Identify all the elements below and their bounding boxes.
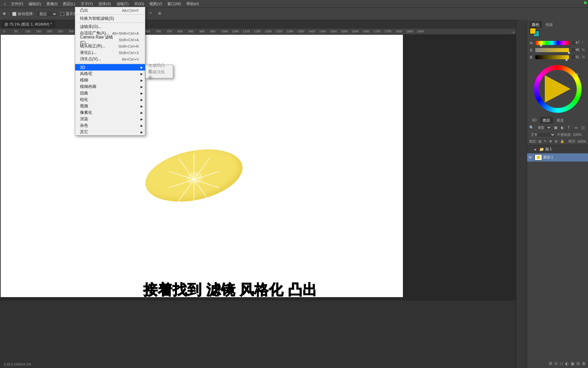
filter-submenu-item[interactable]: 模糊画廊▶ xyxy=(75,83,145,90)
status-text: 文档:6.59M/44.2M xyxy=(3,363,31,366)
lock-all-icon[interactable]: 🔒 xyxy=(560,139,564,143)
tab-swatches[interactable]: 色板 xyxy=(543,21,556,28)
b-label: B xyxy=(530,55,533,59)
adjustment-icon[interactable]: ◐ xyxy=(565,361,569,366)
fill-value[interactable]: 100% xyxy=(577,140,586,143)
filter-item[interactable]: 滤镜库(G)... xyxy=(75,24,145,30)
canvas[interactable]: 接着找到 滤镜 风格化 凸出 xyxy=(1,35,403,297)
filter-submenu-item[interactable]: 锐化▶ xyxy=(75,96,145,103)
filter-submenu-item[interactable]: 像素化▶ xyxy=(75,109,145,116)
filter-item[interactable]: 消失点(V)...Alt+Ctrl+V xyxy=(75,56,145,62)
document-tab[interactable]: @ 75.1% (图层 1, RGB/8#) * xyxy=(1,20,55,28)
submenu-arrow-icon: ▶ xyxy=(141,79,143,82)
home-icon[interactable]: ⌂ xyxy=(1,0,8,7)
layer-name[interactable]: 组 1 xyxy=(545,147,552,152)
filter-submenu-item[interactable]: 风格化▶ xyxy=(75,71,145,77)
filter-submenu-item[interactable]: 视频▶ xyxy=(75,103,145,109)
hue-slider[interactable] xyxy=(535,41,569,45)
color-swatches xyxy=(527,28,588,38)
checkbox-box xyxy=(12,12,16,16)
tab-layers[interactable]: 图层 xyxy=(540,117,553,124)
camera-icon[interactable]: ▣ xyxy=(158,11,164,17)
bri-unit: % xyxy=(582,55,585,59)
layer-group[interactable]: ▸ 📁 组 1 xyxy=(527,145,588,153)
filter-submenu-item[interactable]: 3D▶ xyxy=(75,64,145,71)
filter-item[interactable]: Camera Raw 滤镜(C)...Shift+Ctrl+A xyxy=(75,36,145,43)
menu-file[interactable]: 文件(F) xyxy=(8,0,26,8)
foreground-swatch[interactable] xyxy=(530,28,536,34)
menu-edit[interactable]: 编辑(E) xyxy=(26,0,44,8)
auto-select-checkbox[interactable]: 自动选择: xyxy=(12,11,34,16)
lock-row: 锁定: ▨ ✎ ✥ ⊞ 🔒 填充: 100% xyxy=(527,138,588,145)
filter-last[interactable]: 凸出 Alt+Ctrl+F xyxy=(75,7,145,14)
lock-pos-icon[interactable]: ✥ xyxy=(549,139,553,143)
filter-smart-icon[interactable]: ◫ xyxy=(581,125,586,130)
slider-knob[interactable] xyxy=(565,59,568,61)
opacity-value[interactable]: 100% xyxy=(573,133,582,137)
light-icon[interactable]: ☀ xyxy=(149,11,155,17)
blend-mode-select[interactable]: 正常 xyxy=(529,132,556,137)
tab-channels[interactable]: 通道 xyxy=(554,117,567,124)
layer-thumbnail[interactable] xyxy=(535,154,542,160)
tab-color[interactable]: 颜色 xyxy=(529,21,542,28)
hue-input[interactable] xyxy=(571,40,580,45)
move-tool-icon[interactable]: ✥ xyxy=(3,12,6,16)
visibility-icon[interactable]: 👁 xyxy=(528,155,533,159)
ruler-mark: 800 xyxy=(178,30,183,33)
lock-nest-icon[interactable]: ⊞ xyxy=(555,139,559,143)
auto-select-target[interactable]: 图层 xyxy=(36,11,58,17)
lock-paint-icon[interactable]: ✎ xyxy=(544,139,548,143)
collapsed-dock[interactable] xyxy=(516,20,527,368)
layer-list: ▸ 📁 组 1 👁 图层 1 xyxy=(527,145,588,162)
menu-image[interactable]: 图像(I) xyxy=(44,0,60,8)
fold-icon[interactable]: ▸ xyxy=(535,147,538,152)
sat-slider[interactable] xyxy=(535,48,569,52)
submenu-normal[interactable]: 生成法线图... xyxy=(146,72,173,78)
filter-type-icon[interactable]: T xyxy=(568,125,572,130)
fx-icon[interactable]: fx xyxy=(555,361,558,366)
filter-item-label: 3D xyxy=(80,65,85,70)
slider-knob[interactable] xyxy=(540,44,542,46)
filter-submenu-item[interactable]: 其它▶ xyxy=(75,129,145,135)
mask-icon[interactable]: ◻ xyxy=(560,361,563,366)
filter-smart[interactable]: 转换为智能滤镜(S) xyxy=(75,15,145,22)
layer-kind-select[interactable]: 类型 xyxy=(536,125,552,130)
menu-help[interactable]: 帮助(H) xyxy=(184,0,202,8)
filter-smart-label: 转换为智能滤镜(S) xyxy=(80,16,114,21)
ruler-mark: 1350 xyxy=(297,30,304,33)
context-icons: « xyxy=(512,30,514,34)
layer-row[interactable]: 👁 图层 1 xyxy=(527,153,588,162)
collapse-icon[interactable]: « xyxy=(512,30,514,34)
bri-input[interactable] xyxy=(571,55,580,60)
menu-3d[interactable]: 3D(D) xyxy=(131,0,147,7)
checkbox-box xyxy=(60,12,64,16)
bri-slider[interactable] xyxy=(535,55,569,59)
trash-icon[interactable]: 🗑 xyxy=(582,361,586,366)
filter-submenu-item[interactable]: 模糊▶ xyxy=(75,77,145,83)
s-label: S xyxy=(530,48,533,52)
color-wheel[interactable] xyxy=(534,65,582,113)
search-icon[interactable]: 🔍 xyxy=(529,125,534,130)
shortcut: Alt+Ctrl+F xyxy=(122,9,139,13)
filter-adjust-icon[interactable]: ◐ xyxy=(561,125,566,130)
filter-item[interactable]: 液化(L)...Shift+Ctrl+X xyxy=(75,49,145,56)
group-icon[interactable]: ▣ xyxy=(571,361,574,366)
menu-view[interactable]: 视图(V) xyxy=(147,0,165,8)
menu-window[interactable]: 窗口(W) xyxy=(165,0,184,8)
new-layer-icon[interactable]: ⊞ xyxy=(576,361,580,366)
filter-shape-icon[interactable]: ▭ xyxy=(574,125,579,130)
filter-item[interactable]: 镜头校正(R)...Shift+Ctrl+R xyxy=(75,43,145,49)
slider-knob[interactable] xyxy=(568,51,570,53)
filter-item-label: 像素化 xyxy=(80,110,92,116)
lock-trans-icon[interactable]: ▨ xyxy=(538,139,542,143)
sat-input[interactable] xyxy=(571,47,580,52)
link-icon[interactable]: ⌘ xyxy=(549,361,553,366)
filter-item-label: 杂色 xyxy=(80,123,88,128)
record-indicator xyxy=(584,1,587,4)
filter-submenu-item[interactable]: 扭曲▶ xyxy=(75,90,145,96)
filter-pixel-icon[interactable]: ▦ xyxy=(554,125,559,130)
filter-submenu-item[interactable]: 杂色▶ xyxy=(75,122,145,129)
layer-name[interactable]: 图层 1 xyxy=(543,155,553,160)
filter-submenu-item[interactable]: 渲染▶ xyxy=(75,116,145,122)
tab-3d[interactable]: 3D xyxy=(529,117,539,124)
